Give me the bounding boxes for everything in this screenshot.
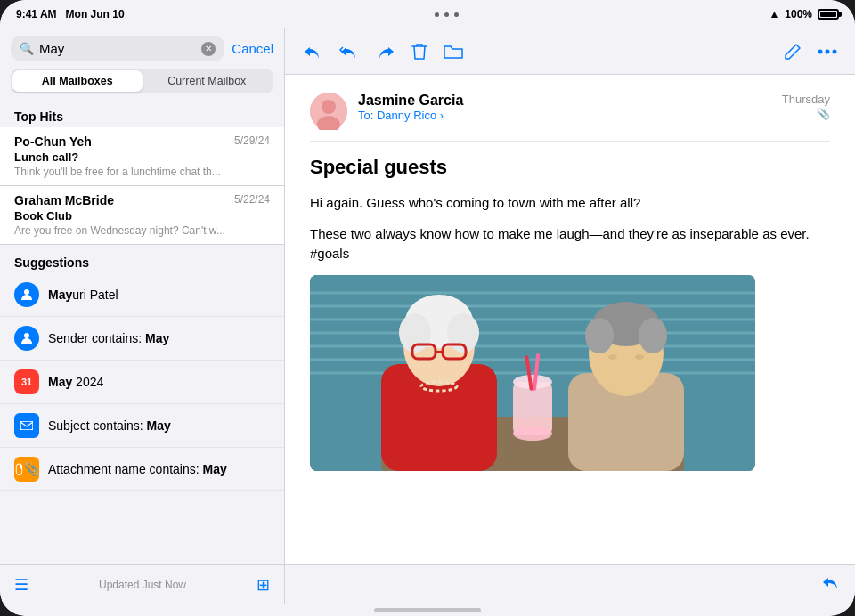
email-body: Hi again. Guess who's coming to town wit… (310, 193, 830, 264)
suggestion-highlight-person: May (48, 288, 72, 302)
segment-current-mailbox[interactable]: Current Mailbox (142, 70, 273, 92)
toolbar (285, 28, 855, 75)
battery-fill (820, 12, 836, 17)
email-item-2-header: Graham McBride 5/22/24 (14, 193, 270, 207)
svg-point-21 (513, 426, 552, 441)
mailbox-segmented-control: All Mailboxes Current Mailbox (11, 69, 273, 93)
suggestion-attachment[interactable]: 📎 Attachment name contains: May (0, 448, 284, 491)
main-content: 🔍 May ✕ Cancel All Mailboxes Current Mai… (0, 28, 855, 604)
email-from: Jasmine Garcia (358, 93, 771, 109)
search-query[interactable]: May (39, 41, 196, 56)
avatar (310, 93, 347, 130)
svg-point-5 (833, 49, 837, 53)
right-panel: Jasmine Garcia To: Danny Rico › Thursday… (285, 28, 855, 604)
email-date-1: 5/29/24 (234, 134, 270, 149)
email-item-1-header: Po-Chun Yeh 5/29/24 (14, 134, 270, 149)
forward-button[interactable] (376, 44, 395, 60)
wifi-icon: ▲ (769, 8, 779, 20)
suggestions-section: Suggestions Mayuri Patel (0, 248, 284, 491)
suggestion-highlight-attachment: May (203, 462, 227, 476)
person-icon (14, 282, 39, 307)
dot3 (454, 12, 459, 17)
folder-button[interactable] (444, 44, 463, 60)
email-subject-display: Special guests (310, 156, 830, 179)
search-clear-button[interactable]: ✕ (201, 42, 216, 56)
suggestion-highlight-calendar: May (48, 375, 72, 389)
email-preview-1: Think you'll be free for a lunchtime cha… (14, 166, 270, 178)
suggestion-highlight-sender: May (145, 331, 169, 345)
status-center-dots (435, 12, 459, 17)
sender-icon (14, 326, 39, 351)
search-input-wrapper[interactable]: 🔍 May ✕ (11, 36, 224, 61)
svg-rect-2 (20, 421, 33, 430)
email-photo (310, 275, 755, 471)
search-icon: 🔍 (20, 42, 34, 55)
suggestion-person[interactable]: Mayuri Patel (0, 273, 284, 317)
email-item-2[interactable]: Graham McBride 5/22/24 Book Club Are you… (0, 186, 284, 245)
dot2 (444, 12, 449, 17)
email-header: Jasmine Garcia To: Danny Rico › Thursday… (310, 93, 830, 142)
status-right: ▲ 100% (769, 8, 839, 20)
email-to-name: Danny Rico (377, 109, 436, 122)
suggestion-sender[interactable]: Sender contains: May (0, 317, 284, 361)
suggestions-header: Suggestions (0, 248, 284, 273)
email-timestamp-wrapper: Thursday 📎 (782, 93, 830, 120)
suggestion-text-calendar: May 2024 (48, 375, 103, 389)
mail-icon (14, 413, 39, 438)
calendar-icon: 31 (14, 369, 39, 394)
trash-button[interactable] (411, 43, 428, 61)
battery-icon (818, 9, 839, 20)
svg-point-37 (639, 318, 667, 353)
svg-point-38 (608, 354, 617, 360)
email-view: Jasmine Garcia To: Danny Rico › Thursday… (285, 75, 855, 564)
suggestion-subject[interactable]: Subject contains: May (0, 404, 284, 448)
status-date: Mon Jun 10 (66, 8, 125, 20)
email-item-1[interactable]: Po-Chun Yeh 5/29/24 Lunch call? Think yo… (0, 127, 284, 186)
bottom-bar: ☰ Updated Just Now ⊞ (0, 564, 284, 604)
svg-point-39 (635, 354, 644, 360)
status-time-date: 9:41 AM Mon Jun 10 (16, 8, 125, 20)
filter-icon[interactable]: ☰ (14, 575, 28, 595)
reply-button[interactable] (303, 44, 322, 60)
search-bar: 🔍 May ✕ Cancel (0, 28, 284, 69)
svg-point-0 (24, 289, 29, 295)
dot1 (435, 12, 439, 17)
status-bar: 9:41 AM Mon Jun 10 ▲ 100% (0, 0, 855, 28)
suggestion-calendar[interactable]: 31 May 2024 (0, 361, 284, 404)
email-timestamp: Thursday (782, 93, 830, 106)
suggestion-text-sender: Sender contains: May (48, 331, 169, 345)
left-panel: 🔍 May ✕ Cancel All Mailboxes Current Mai… (0, 28, 285, 604)
home-bar (374, 608, 481, 612)
battery-percentage: 100% (785, 8, 812, 20)
home-indicator (0, 604, 855, 616)
suggestion-text-subject: Subject contains: May (48, 418, 171, 433)
suggestion-text-attachment: Attachment name contains: May (48, 462, 227, 476)
reply-bar (285, 564, 855, 604)
email-subject-1: Lunch call? (14, 150, 270, 164)
svg-point-36 (585, 318, 614, 353)
email-date-2: 5/22/24 (234, 193, 270, 207)
email-body-p2: These two always know how to make me lau… (310, 224, 830, 264)
more-button[interactable] (818, 49, 837, 54)
svg-point-7 (322, 100, 336, 114)
svg-point-3 (818, 49, 823, 53)
email-sender-1: Po-Chun Yeh (14, 134, 92, 149)
email-sender-2: Graham McBride (14, 193, 114, 207)
toolbar-left (303, 43, 463, 61)
segment-all-mailboxes[interactable]: All Mailboxes (12, 70, 142, 92)
suggestion-highlight-subject: May (147, 418, 171, 433)
cancel-button[interactable]: Cancel (232, 41, 273, 56)
attachment-indicator: 📎 (782, 108, 830, 120)
status-text: Updated Just Now (99, 579, 186, 591)
compose-button[interactable] (784, 43, 802, 61)
status-time: 9:41 AM (16, 8, 57, 20)
reply-bottom-button[interactable] (821, 574, 841, 595)
email-to[interactable]: To: Danny Rico › (358, 109, 771, 122)
mailboxes-icon[interactable]: ⊞ (256, 575, 270, 595)
svg-point-4 (826, 49, 830, 53)
avatar-svg (310, 93, 347, 130)
toolbar-right (784, 43, 837, 61)
suggestion-text-person: Mayuri Patel (48, 288, 118, 302)
reply-all-button[interactable] (338, 44, 360, 60)
email-body-p1: Hi again. Guess who's coming to town wit… (310, 193, 830, 214)
